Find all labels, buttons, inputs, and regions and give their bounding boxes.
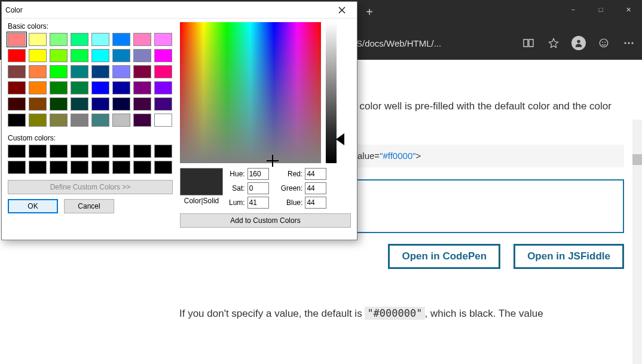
basic-color-swatch[interactable] (29, 97, 47, 111)
code-close: > (416, 151, 421, 161)
basic-color-swatch[interactable] (154, 33, 172, 46)
basic-color-swatch[interactable] (133, 97, 151, 111)
code-attr-fragment: alue= (357, 151, 380, 161)
basic-color-swatch[interactable] (91, 33, 109, 46)
basic-color-swatch[interactable] (112, 81, 130, 94)
svg-point-5 (628, 42, 629, 44)
basic-color-swatch[interactable] (112, 65, 130, 78)
basic-color-swatch[interactable] (50, 81, 68, 94)
basic-color-swatch[interactable] (91, 49, 109, 62)
basic-color-swatch[interactable] (29, 65, 47, 78)
custom-color-swatch[interactable] (154, 145, 172, 158)
basic-color-swatch[interactable] (71, 81, 88, 94)
blue-input[interactable] (305, 197, 326, 209)
basic-color-swatch[interactable] (29, 81, 47, 94)
basic-color-swatch[interactable] (71, 49, 88, 62)
basic-color-swatch[interactable] (91, 114, 109, 127)
custom-color-swatch[interactable] (8, 145, 26, 158)
basic-color-swatch[interactable] (50, 97, 68, 111)
luminance-arrow-icon[interactable] (336, 133, 344, 145)
para2-code: "#000000" (365, 307, 424, 320)
basic-color-swatch[interactable] (29, 33, 47, 46)
open-in-jsfiddle-button[interactable]: Open in JSFiddle (513, 244, 624, 269)
green-label: Green: (281, 182, 303, 194)
custom-color-swatch[interactable] (50, 161, 68, 174)
more-menu-icon[interactable] (622, 36, 636, 50)
cancel-button[interactable]: Cancel (64, 199, 114, 213)
basic-color-swatch[interactable] (50, 114, 68, 127)
basic-color-swatch[interactable] (133, 65, 151, 78)
custom-color-swatch[interactable] (133, 161, 151, 174)
basic-color-swatch[interactable] (154, 65, 172, 78)
custom-color-swatch[interactable] (133, 145, 151, 158)
define-custom-colors-button[interactable]: Define Custom Colors >> (8, 180, 173, 194)
red-input[interactable] (305, 168, 326, 180)
minimize-button[interactable]: − (560, 0, 587, 19)
open-in-codepen-button[interactable]: Open in CodePen (388, 244, 500, 269)
custom-color-swatch[interactable] (71, 161, 88, 174)
basic-color-swatch[interactable] (8, 81, 26, 94)
green-input[interactable] (305, 182, 326, 194)
ok-button[interactable]: OK (8, 199, 58, 213)
reading-list-icon[interactable] (521, 36, 536, 50)
profile-avatar-icon[interactable] (571, 36, 586, 50)
basic-color-swatch[interactable] (133, 33, 151, 46)
scrollbar-thumb[interactable] (632, 154, 642, 165)
basic-color-swatch[interactable] (29, 114, 47, 127)
basic-color-swatch[interactable] (50, 33, 68, 46)
custom-color-swatch[interactable] (50, 145, 68, 158)
maximize-button[interactable]: □ (587, 0, 615, 19)
custom-color-swatch[interactable] (91, 145, 109, 158)
basic-color-swatch[interactable] (8, 33, 26, 46)
basic-color-swatch[interactable] (91, 65, 109, 78)
custom-color-swatch[interactable] (91, 161, 109, 174)
luminance-slider[interactable] (326, 22, 337, 163)
custom-color-swatch[interactable] (29, 145, 47, 158)
dialog-close-button[interactable] (331, 4, 353, 17)
custom-color-swatch[interactable] (29, 161, 47, 174)
basic-colors-grid (8, 33, 173, 127)
hue-sat-picker[interactable] (180, 22, 321, 163)
basic-color-swatch[interactable] (133, 49, 151, 62)
custom-color-swatch[interactable] (112, 145, 130, 158)
window-close-button[interactable]: ✕ (615, 0, 642, 19)
favorite-star-icon[interactable] (546, 36, 561, 50)
basic-color-swatch[interactable] (133, 114, 151, 127)
red-label: Red: (281, 168, 303, 180)
basic-color-swatch[interactable] (154, 114, 172, 127)
custom-color-swatch[interactable] (71, 145, 88, 158)
svg-point-2 (602, 42, 603, 43)
add-to-custom-colors-button[interactable]: Add to Custom Colors (180, 213, 351, 228)
basic-color-swatch[interactable] (112, 114, 130, 127)
basic-color-swatch[interactable] (154, 81, 172, 94)
basic-color-swatch[interactable] (91, 81, 109, 94)
basic-color-swatch[interactable] (8, 97, 26, 111)
basic-color-swatch[interactable] (8, 114, 26, 127)
basic-color-swatch[interactable] (8, 65, 26, 78)
hue-input[interactable] (247, 168, 269, 180)
basic-color-swatch[interactable] (50, 65, 68, 78)
sat-input[interactable] (247, 182, 269, 194)
basic-color-swatch[interactable] (71, 97, 88, 111)
custom-colors-label: Custom colors: (8, 134, 173, 142)
custom-color-swatch[interactable] (112, 161, 130, 174)
basic-color-swatch[interactable] (29, 49, 47, 62)
lum-input[interactable] (247, 197, 269, 209)
basic-color-swatch[interactable] (71, 114, 88, 127)
basic-color-swatch[interactable] (50, 49, 68, 62)
dialog-titlebar[interactable]: Color (2, 2, 357, 19)
custom-color-swatch[interactable] (8, 161, 26, 174)
new-tab-button[interactable]: + (359, 1, 380, 23)
custom-color-swatch[interactable] (154, 161, 172, 174)
basic-color-swatch[interactable] (154, 49, 172, 62)
basic-color-swatch[interactable] (112, 33, 130, 46)
basic-color-swatch[interactable] (112, 49, 130, 62)
basic-color-swatch[interactable] (112, 97, 130, 111)
basic-color-swatch[interactable] (154, 97, 172, 111)
feedback-face-icon[interactable] (597, 36, 611, 50)
basic-color-swatch[interactable] (71, 33, 88, 46)
basic-color-swatch[interactable] (91, 97, 109, 111)
basic-color-swatch[interactable] (71, 65, 88, 78)
basic-color-swatch[interactable] (133, 81, 151, 94)
basic-color-swatch[interactable] (8, 49, 26, 62)
